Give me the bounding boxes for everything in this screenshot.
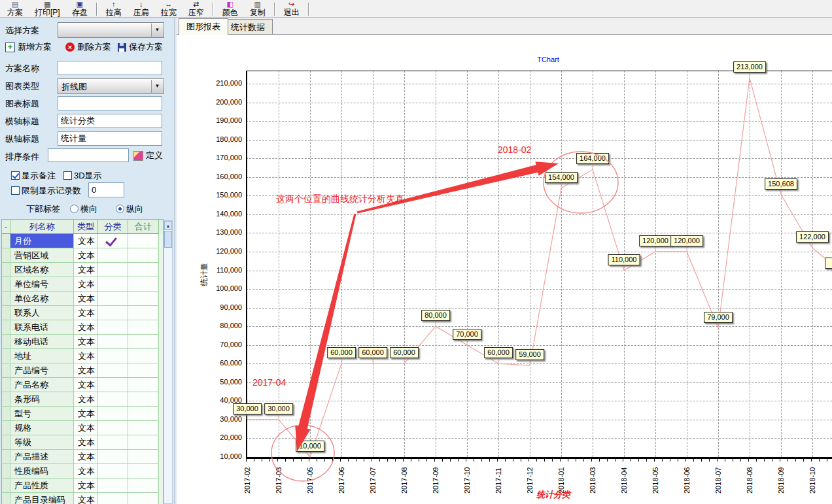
add-scheme-button[interactable]: + 新增方案 xyxy=(5,41,52,53)
sort-condition-input[interactable] xyxy=(48,148,129,162)
grid-header-type[interactable]: 类型 xyxy=(74,220,98,234)
column-name-cell[interactable]: 性质编码 xyxy=(10,464,74,479)
column-name-cell[interactable]: 单位名称 xyxy=(10,292,74,306)
stretch-tall-button[interactable]: ↑拉高 xyxy=(100,0,128,17)
column-category-cell[interactable] xyxy=(98,363,128,378)
table-row[interactable]: 规格文本 xyxy=(2,421,163,435)
save-scheme-button[interactable]: 保存方案 xyxy=(118,41,163,53)
column-type-cell[interactable]: 文本 xyxy=(74,349,98,363)
table-row[interactable]: 型号文本 xyxy=(2,407,163,421)
column-total-cell[interactable] xyxy=(128,363,159,378)
grid-header-name[interactable]: 列名称 xyxy=(10,220,74,234)
column-total-cell[interactable] xyxy=(128,407,159,421)
exit-button[interactable]: ↪退出 xyxy=(278,0,305,17)
column-total-cell[interactable] xyxy=(128,435,159,450)
scroll-up-button[interactable]: ▲ xyxy=(164,221,172,230)
column-total-cell[interactable] xyxy=(128,421,159,435)
horizontal-radio[interactable] xyxy=(70,205,78,213)
column-category-cell[interactable] xyxy=(98,464,128,479)
column-category-cell[interactable] xyxy=(98,234,128,248)
column-name-cell[interactable]: 联系人 xyxy=(10,306,74,320)
column-name-cell[interactable]: 产品名称 xyxy=(10,378,74,392)
table-row[interactable]: 等级文本 xyxy=(2,435,163,450)
column-category-cell[interactable] xyxy=(98,450,128,464)
table-row[interactable]: 单位名称文本 xyxy=(2,292,163,306)
tab-statistics-data[interactable]: 统计数据 xyxy=(223,19,273,35)
column-category-cell[interactable] xyxy=(98,479,128,493)
column-category-cell[interactable] xyxy=(98,349,128,363)
column-total-cell[interactable] xyxy=(128,248,159,263)
column-category-cell[interactable] xyxy=(98,335,128,349)
column-name-cell[interactable]: 条形码 xyxy=(10,392,74,407)
column-type-cell[interactable]: 文本 xyxy=(74,493,98,504)
table-row[interactable]: 营销区域文本 xyxy=(2,248,163,263)
grid-scrollbar[interactable]: ▲ xyxy=(164,220,173,504)
grid-header-category[interactable]: 分类 xyxy=(98,220,128,234)
column-type-cell[interactable]: 文本 xyxy=(74,421,98,435)
column-type-cell[interactable]: 文本 xyxy=(74,392,98,407)
table-row[interactable]: 产品目录编码文本 xyxy=(2,493,163,504)
column-type-cell[interactable]: 文本 xyxy=(74,234,98,248)
column-type-cell[interactable]: 文本 xyxy=(74,464,98,479)
widen-button[interactable]: ↔拉宽 xyxy=(155,0,182,17)
column-total-cell[interactable] xyxy=(128,306,159,320)
column-total-cell[interactable] xyxy=(128,234,159,248)
column-total-cell[interactable] xyxy=(128,479,159,493)
column-name-cell[interactable]: 规格 xyxy=(10,421,74,435)
column-total-cell[interactable] xyxy=(128,277,159,292)
table-row[interactable]: 联系人文本 xyxy=(2,306,163,320)
column-category-cell[interactable] xyxy=(98,248,128,263)
table-row[interactable]: 月份文本 xyxy=(2,234,163,248)
column-type-cell[interactable]: 文本 xyxy=(74,407,98,421)
column-total-cell[interactable] xyxy=(128,378,159,392)
column-total-cell[interactable] xyxy=(128,392,159,407)
column-name-cell[interactable]: 产品描述 xyxy=(10,450,74,464)
scheme-button[interactable]: ▤方案 xyxy=(1,0,29,17)
column-name-cell[interactable]: 等级 xyxy=(10,435,74,450)
delete-scheme-button[interactable]: × 删除方案 xyxy=(65,41,111,53)
column-type-cell[interactable]: 文本 xyxy=(74,450,98,464)
show-marks-checkbox[interactable] xyxy=(11,171,20,180)
table-row[interactable]: 产品编号文本 xyxy=(2,363,163,378)
three-d-checkbox[interactable] xyxy=(63,171,72,180)
column-type-cell[interactable]: 文本 xyxy=(74,363,98,378)
column-name-cell[interactable]: 型号 xyxy=(10,407,74,421)
column-type-cell[interactable]: 文本 xyxy=(74,292,98,306)
column-category-cell[interactable] xyxy=(98,263,128,277)
table-row[interactable]: 联系电话文本 xyxy=(2,320,163,335)
column-category-cell[interactable] xyxy=(98,292,128,306)
table-row[interactable]: 地址文本 xyxy=(2,349,163,363)
column-category-cell[interactable] xyxy=(98,306,128,320)
limit-records-input[interactable] xyxy=(88,182,124,197)
scrollbar-thumb[interactable] xyxy=(164,231,172,248)
limit-records-checkbox[interactable] xyxy=(11,186,20,195)
table-row[interactable]: 区域名称文本 xyxy=(2,263,163,277)
column-category-cell[interactable] xyxy=(98,378,128,392)
column-type-cell[interactable]: 文本 xyxy=(74,479,98,493)
scheme-select[interactable]: ▼ xyxy=(58,22,164,38)
column-name-cell[interactable]: 移动电话 xyxy=(10,335,74,349)
table-row[interactable]: 产品描述文本 xyxy=(2,450,163,464)
color-button[interactable]: ◧颜色 xyxy=(217,0,244,17)
table-row[interactable]: 移动电话文本 xyxy=(2,335,163,349)
column-type-cell[interactable]: 文本 xyxy=(74,263,98,277)
narrow-button[interactable]: ⇄压窄 xyxy=(182,0,210,17)
column-name-cell[interactable]: 区域名称 xyxy=(10,263,74,277)
grid-header-total[interactable]: 合计 xyxy=(128,220,159,234)
column-total-cell[interactable] xyxy=(128,335,159,349)
column-name-cell[interactable]: 联系电话 xyxy=(10,320,74,335)
column-category-cell[interactable] xyxy=(98,421,128,435)
column-name-cell[interactable]: 产品性质 xyxy=(10,479,74,493)
vertical-radio[interactable] xyxy=(116,205,124,213)
define-button[interactable]: 定义 xyxy=(133,150,163,161)
scheme-name-input[interactable] xyxy=(58,61,162,75)
x-axis-title-input[interactable] xyxy=(58,114,162,128)
column-category-cell[interactable] xyxy=(98,435,128,450)
table-row[interactable]: 条形码文本 xyxy=(2,392,163,407)
column-type-cell[interactable]: 文本 xyxy=(74,378,98,392)
column-category-cell[interactable] xyxy=(98,277,128,292)
tab-chart-report[interactable]: 图形报表 xyxy=(179,18,228,35)
column-total-cell[interactable] xyxy=(128,464,159,479)
column-name-cell[interactable]: 单位编号 xyxy=(10,277,74,292)
copy-button[interactable]: ▥复制 xyxy=(244,0,271,17)
